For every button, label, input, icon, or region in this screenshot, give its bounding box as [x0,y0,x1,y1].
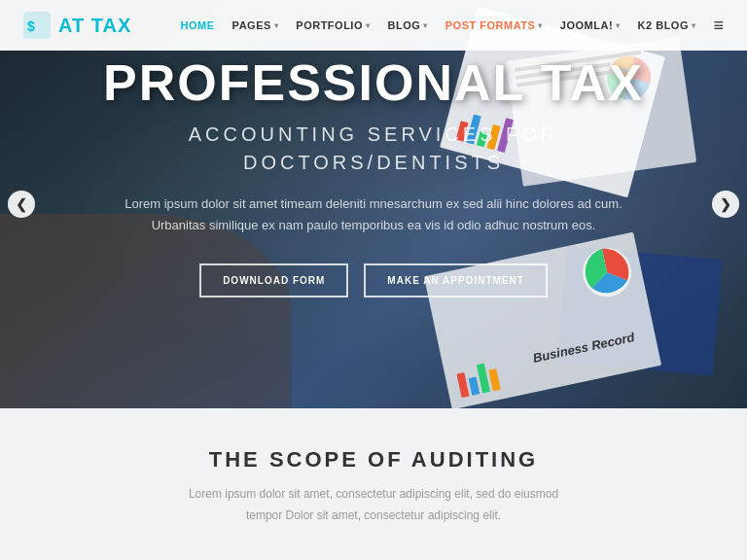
hero-buttons: DOWNLOAD FORM MAKE AN APPOINTMENT [19,263,728,298]
hero-next-arrow[interactable]: ❯ [712,191,739,218]
nav-item-pages[interactable]: PAGES ▾ [232,19,279,31]
icons-row: 12 [19,555,728,560]
appointment-button[interactable]: MAKE AN APPOINTMENT [364,263,547,298]
hero-subtitle-1: ACCOUNTING SERVICES FOR [19,123,728,146]
nav-item-post-formats[interactable]: POST FORMATS ▾ [445,19,543,31]
caret-blog: ▾ [423,21,428,30]
nav-item-home[interactable]: HOME [181,19,215,31]
nav-item-blog[interactable]: BLOG ▾ [387,19,427,31]
header: $ AT TAX HOME PAGES ▾ PORTFOLIO ▾ BLOG ▾… [0,0,747,51]
nav-item-portfolio[interactable]: PORTFOLIO ▾ [296,19,370,31]
logo-icon: $ [23,12,51,39]
caret-pages: ▾ [274,21,279,30]
hero-content: PROFESSIONAL TAX ACCOUNTING SERVICES FOR… [0,53,747,298]
audit-title: THE SCOPE OF AUDITING [19,447,728,472]
svg-text:$: $ [27,18,35,34]
caret-post: ▾ [538,21,543,30]
hero-subtitle-2: DOCTORS/DENTISTS [19,152,728,174]
nav-item-k2blog[interactable]: K2 BLOG ▾ [638,19,696,31]
hero-section: Business Record PROFESSIONAL TAX ACCOUNT… [0,0,747,408]
nav-item-joomla[interactable]: JOOMLA! ▾ [560,19,621,31]
download-form-button[interactable]: DOWNLOAD FORM [199,263,348,298]
hero-title: PROFESSIONAL TAX [19,53,728,112]
audit-subtitle: Lorem ipsum dolor sit amet, consectetur … [169,484,578,526]
hero-prev-arrow[interactable]: ❮ [8,191,35,218]
hero-description: Lorem ipsum dolor sit amet timeam deleni… [101,193,646,236]
logo[interactable]: $ AT TAX [23,12,131,39]
audit-section: THE SCOPE OF AUDITING Lorem ipsum dolor … [0,408,747,560]
caret-k2blog: ▾ [692,21,696,30]
main-nav: HOME PAGES ▾ PORTFOLIO ▾ BLOG ▾ POST FOR… [181,16,724,36]
caret-joomla: ▾ [616,21,621,30]
logo-text: AT TAX [58,15,131,37]
hamburger-menu[interactable]: ≡ [713,16,724,36]
caret-portfolio: ▾ [366,21,371,30]
